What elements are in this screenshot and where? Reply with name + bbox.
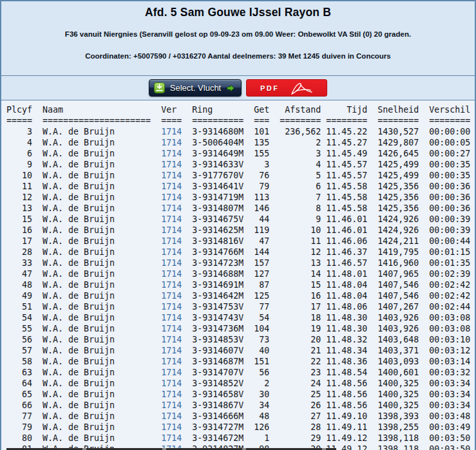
cell-ver-link[interactable]: 1714 xyxy=(161,345,182,356)
cell-ring: 3-9314642M xyxy=(192,290,243,301)
cell-naam: W.A. de Bruijn xyxy=(43,137,151,148)
cell-ver-link[interactable]: 1714 xyxy=(161,334,182,345)
select-flight-button[interactable]: Select. Vlucht xyxy=(149,79,242,97)
cell-verschil: 00:00:39 xyxy=(429,225,470,236)
cell-afstand: 15 xyxy=(280,279,321,290)
cell-ring: 3-9314736M xyxy=(192,323,243,334)
cell-naam: W.A. de Bruijn xyxy=(43,389,151,400)
cell-ver-link[interactable]: 1714 xyxy=(161,192,182,203)
cell-ver-link[interactable]: 1714 xyxy=(161,258,182,268)
table-row: 16 W.A. de Bruijn 1714 3-9314625M 119 10… xyxy=(6,225,475,236)
cell-tijd: 11.48.32 xyxy=(326,334,367,345)
cell-naam: W.A. de Bruijn xyxy=(43,334,151,345)
cell-plcyf: 64 xyxy=(6,378,32,389)
cell-ver-link[interactable]: 1714 xyxy=(161,181,182,192)
cell-verschil: 00:03:08 xyxy=(429,312,470,323)
table-row: 10 W.A. de Bruijn 1714 3-9177670V 76 5 1… xyxy=(6,170,475,181)
cell-ver-link[interactable]: 1714 xyxy=(161,225,182,236)
cell-get: 146 xyxy=(254,203,269,214)
table-row: 15 W.A. de Bruijn 1714 3-9314675V 44 9 1… xyxy=(6,214,475,225)
cell-get: 151 xyxy=(254,356,269,367)
cell-verschil: 00:00:44 xyxy=(429,236,470,247)
cell-ver-link[interactable]: 1714 xyxy=(161,159,182,170)
cell-ver-link[interactable]: 1714 xyxy=(161,170,182,181)
cell-afstand: 19 xyxy=(280,323,321,334)
cell-verschil: 00:00:35 xyxy=(429,159,470,170)
cell-get: 2 xyxy=(254,378,269,389)
cell-ver-link[interactable]: 1714 xyxy=(161,279,182,290)
cell-tijd: 11.48.30 xyxy=(326,312,367,323)
cell-ver-link[interactable]: 1714 xyxy=(161,378,182,389)
cell-ver-link[interactable]: 1714 xyxy=(161,290,182,301)
cell-ring: 3-9314727M xyxy=(192,422,243,433)
cell-ver-link[interactable]: 1714 xyxy=(161,433,182,444)
cell-get: 34 xyxy=(254,400,269,411)
cell-snelheid: 1425,356 xyxy=(377,192,419,203)
cell-verschil: 00:03:34 xyxy=(429,389,470,400)
cell-ver-link[interactable]: 1714 xyxy=(161,126,182,137)
cell-naam: W.A. de Bruijn xyxy=(43,225,151,236)
cell-ring: 3-9314867V xyxy=(192,400,243,411)
cell-ver-link[interactable]: 1714 xyxy=(161,400,182,411)
cell-ring: 3-9314687M xyxy=(192,356,243,367)
cell-ver-link[interactable]: 1714 xyxy=(161,411,182,422)
cell-get: 79 xyxy=(254,181,269,192)
table-row: 11 W.A. de Bruijn 1714 3-9314641V 79 6 1… xyxy=(6,181,475,192)
cell-tijd: 11.48.34 xyxy=(326,345,367,356)
cell-ring: 3-9314723M xyxy=(192,258,243,268)
cell-afstand: 23 xyxy=(280,367,321,378)
table-row: 28 W.A. de Bruijn 1714 3-9314766M 144 12… xyxy=(6,247,475,258)
cell-ver-link[interactable]: 1714 xyxy=(161,301,182,312)
cell-plcyf: 6 xyxy=(6,148,32,159)
cell-verschil: 00:02:42 xyxy=(429,279,470,290)
cell-tijd: 11.48.30 xyxy=(326,323,367,334)
cell-naam: W.A. de Bruijn xyxy=(43,236,151,247)
cell-get: 101 xyxy=(254,126,269,137)
cell-snelheid: 1425,499 xyxy=(377,159,419,170)
cell-ver-link[interactable]: 1714 xyxy=(161,236,182,247)
cell-snelheid: 1403,926 xyxy=(377,312,419,323)
cell-ver-link[interactable]: 1714 xyxy=(161,247,182,258)
table-row: 56 W.A. de Bruijn 1714 3-9314853V 73 20 … xyxy=(6,334,475,345)
cell-ver-link[interactable]: 1714 xyxy=(161,356,182,367)
cell-verschil: 00:02:42 xyxy=(429,290,470,301)
cell-afstand: 236,562 xyxy=(280,126,321,137)
cell-ver-link[interactable]: 1714 xyxy=(161,148,182,159)
cell-verschil: 00:01:35 xyxy=(429,258,470,268)
cell-plcyf: 10 xyxy=(6,170,32,181)
cell-tijd: 11.48.01 xyxy=(326,268,367,279)
cell-ver-link[interactable]: 1714 xyxy=(161,214,182,225)
cell-naam: W.A. de Bruijn xyxy=(43,312,151,323)
cell-get: 48 xyxy=(254,411,269,422)
table-row: 9 W.A. de Bruijn 1714 3-9314633V 3 4 11.… xyxy=(6,159,475,170)
cell-naam: W.A. de Bruijn xyxy=(43,400,151,411)
cell-tijd: 11.46.01 xyxy=(326,214,367,225)
cell-get: 157 xyxy=(254,258,269,268)
cell-snelheid: 1425,356 xyxy=(377,203,419,214)
cell-ver-link[interactable]: 1714 xyxy=(161,367,182,378)
cell-ver-link[interactable]: 1714 xyxy=(161,203,182,214)
cell-verschil: 00:00:39 xyxy=(429,214,470,225)
cell-ver-link[interactable]: 1714 xyxy=(161,137,182,148)
cell-afstand: 20 xyxy=(280,334,321,345)
cell-ver-link[interactable]: 1714 xyxy=(161,422,182,433)
cell-afstand: Afstand xyxy=(280,104,321,115)
cell-tijd: 11.48.56 xyxy=(326,389,367,400)
cell-afstand: 7 xyxy=(280,192,321,203)
cell-plcyf: 80 xyxy=(6,433,32,444)
cell-verschil: 00:03:14 xyxy=(429,356,470,367)
cell-naam: W.A. de Bruijn xyxy=(43,301,151,312)
pdf-export-button[interactable]: PDF xyxy=(246,79,327,97)
cell-tijd: 11.45.58 xyxy=(326,192,367,203)
cell-naam: W.A. de Bruijn xyxy=(43,433,151,444)
cell-plcyf: 65 xyxy=(6,389,32,400)
cell-verschil: 00:02:44 xyxy=(429,301,470,312)
cell-ver-link[interactable]: 1714 xyxy=(161,268,182,279)
cell-ver-link[interactable]: 1714 xyxy=(161,312,182,323)
cell-plcyf: 66 xyxy=(6,400,32,411)
cell-snelheid: Snelheid xyxy=(377,104,419,115)
cell-verschil: 00:03:48 xyxy=(429,411,470,422)
table-row: 54 W.A. de Bruijn 1714 3-9314743V 54 18 … xyxy=(6,312,475,323)
cell-ver-link[interactable]: 1714 xyxy=(161,389,182,400)
cell-ver-link[interactable]: 1714 xyxy=(161,323,182,334)
